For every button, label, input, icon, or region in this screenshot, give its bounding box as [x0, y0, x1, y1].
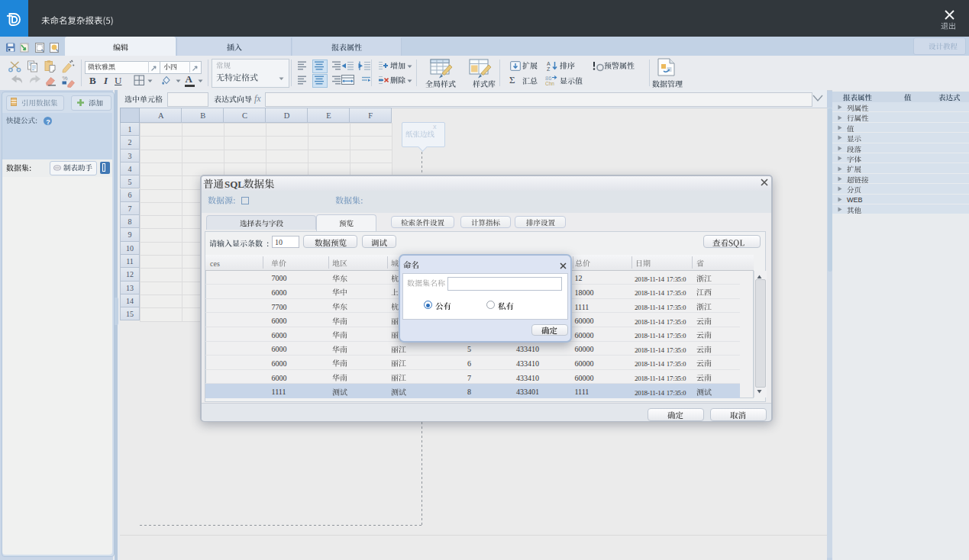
svg-text:Chn: Chn: [545, 81, 554, 85]
svg-text:Z: Z: [547, 66, 551, 71]
svg-text:%: %: [63, 75, 68, 82]
svg-text:A: A: [547, 61, 551, 66]
